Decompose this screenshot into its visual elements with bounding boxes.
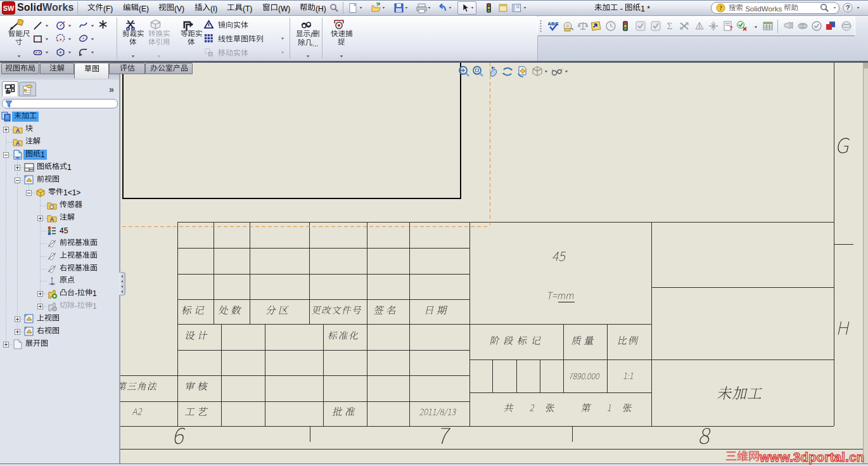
svg-text:A: A bbox=[50, 216, 54, 223]
svg-text:Σ: Σ bbox=[667, 21, 673, 31]
svg-text:SW: SW bbox=[3, 4, 15, 12]
svg-text:?: ? bbox=[729, 25, 733, 31]
svg-text:?: ? bbox=[719, 5, 722, 11]
svg-text:?: ? bbox=[846, 4, 850, 11]
svg-text:A: A bbox=[16, 140, 20, 146]
svg-text:A: A bbox=[16, 127, 20, 134]
